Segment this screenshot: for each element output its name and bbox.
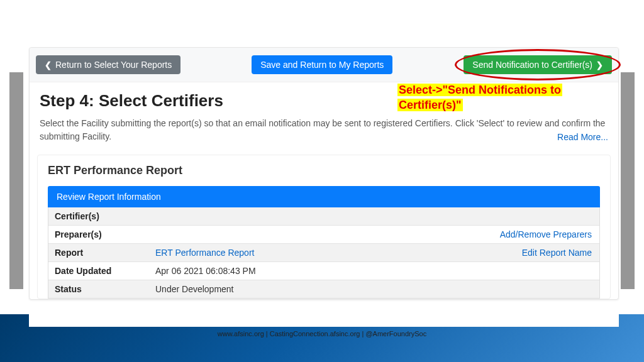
send-button-highlight: Send Notification to Certifier(s) ❯	[464, 55, 612, 74]
edit-report-name-link[interactable]: Edit Report Name	[514, 244, 599, 261]
chevron-right-icon: ❯	[596, 60, 603, 70]
preparers-label: Preparer(s)	[48, 226, 149, 243]
slide-bg-left	[9, 72, 23, 289]
report-info-table: Certifier(s) Preparer(s) Add/Remove Prep…	[48, 207, 600, 299]
card-overhang	[29, 314, 619, 327]
save-button-label: Save and Return to My Reports	[260, 60, 384, 70]
date-updated-label: Date Updated	[48, 262, 149, 280]
toolbar: ❮ Return to Select Your Reports Save and…	[30, 48, 618, 82]
preparers-value	[149, 231, 492, 238]
slide-bg-right	[621, 72, 635, 289]
annotation-line1: Select->"Send Notifications to	[397, 84, 562, 96]
status-label: Status	[48, 280, 149, 298]
row-preparers: Preparer(s) Add/Remove Preparers	[48, 226, 599, 244]
certifiers-label: Certifier(s)	[48, 207, 149, 225]
send-button-label: Send Notification to Certifier(s)	[472, 60, 592, 70]
footer-text: www.afsinc.org | CastingConnection.afsin…	[0, 330, 644, 337]
back-button[interactable]: ❮ Return to Select Your Reports	[36, 55, 180, 74]
annotation-line2: Certifier(s)"	[397, 99, 463, 111]
row-date: Date Updated Apr 06 2021 06:08:43 PM	[48, 262, 599, 280]
row-report: Report ERT Performance Report Edit Repor…	[48, 244, 599, 262]
review-header: Review Report Information	[48, 186, 600, 207]
send-notification-button[interactable]: Send Notification to Certifier(s) ❯	[464, 55, 612, 74]
report-card: ERT Performance Report Review Report Inf…	[37, 155, 611, 299]
status-value: Under Development	[149, 280, 599, 298]
page-description: Select the Facility submitting the repor…	[40, 117, 606, 143]
back-button-label: Return to Select Your Reports	[55, 60, 172, 70]
date-updated-value: Apr 06 2021 06:08:43 PM	[149, 262, 599, 280]
chevron-left-icon: ❮	[45, 60, 52, 70]
report-section-title: ERT Performance Report	[48, 164, 600, 177]
report-label: Report	[48, 244, 149, 261]
annotation-text: Select->"Send Notifications to Certifier…	[397, 82, 562, 113]
main-card: ❮ Return to Select Your Reports Save and…	[29, 47, 619, 300]
certifiers-value	[149, 212, 599, 220]
row-status: Status Under Development	[48, 280, 599, 298]
read-more-link[interactable]: Read More...	[557, 132, 608, 142]
step-section: Step 4: Select Certifiers Select the Fac…	[30, 82, 618, 155]
row-certifiers: Certifier(s)	[48, 207, 599, 226]
save-button[interactable]: Save and Return to My Reports	[252, 55, 392, 74]
add-remove-preparers-link[interactable]: Add/Remove Preparers	[492, 226, 599, 243]
report-name-link[interactable]: ERT Performance Report	[149, 244, 514, 261]
